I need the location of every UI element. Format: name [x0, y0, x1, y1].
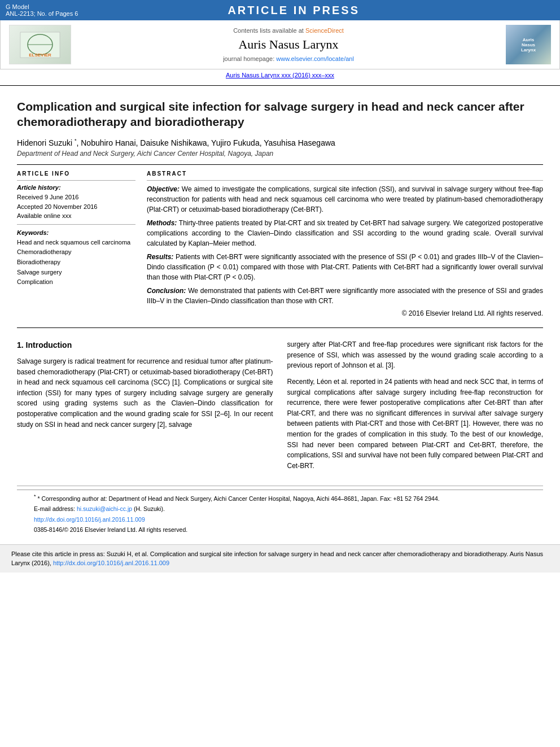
keyword-1: Head and neck squamous cell carcinoma [17, 238, 135, 248]
article-info-column: ARTICLE INFO Article history: Received 9… [17, 171, 135, 317]
sciencedirect-link[interactable]: ScienceDirect [305, 27, 344, 34]
doi-footnote-link[interactable]: http://dx.doi.org/10.1016/j.anl.2016.11.… [34, 516, 145, 523]
email-note: E-mail address: hi.suzuki@aichi-cc.jp (H… [34, 505, 526, 514]
footnote-divider [17, 486, 543, 486]
homepage-line: journal homepage: www.elsevier.com/locat… [82, 55, 495, 62]
header-bar: G Model ANL-2213; No. of Pages 6 ARTICLE… [0, 0, 560, 20]
methods-text: Thirty-three patients treated by Plat-CR… [147, 219, 543, 247]
article-history-heading: Article history: [17, 184, 135, 191]
body-left-col: 1. Introduction Salvage surgery is radic… [17, 339, 273, 477]
keyword-5: Complication [17, 277, 135, 287]
keywords-divider [17, 224, 135, 225]
intro-paragraph-2: surgery after Plat-CRT and free-flap pro… [287, 339, 544, 371]
introduction-title: 1. Introduction [17, 339, 273, 352]
gmodel-info: G Model ANL-2213; No. of Pages 6 [6, 3, 78, 17]
content-divider [17, 327, 543, 328]
conclusion-label: Conclusion: [147, 287, 186, 295]
doi-footnote: http://dx.doi.org/10.1016/j.anl.2016.11.… [34, 516, 526, 525]
intro-paragraph-3: Recently, Léon et al. reported in 24 pat… [287, 377, 544, 471]
article-in-press-banner: ARTICLE IN PRESS [228, 4, 360, 17]
abstract-column: ABSTRACT Objective: We aimed to investig… [147, 171, 543, 317]
svg-text:ELSEVIER: ELSEVIER [29, 53, 51, 58]
abstract-top-divider [147, 180, 543, 181]
journal-info-center: Contents lists available at ScienceDirec… [71, 27, 506, 62]
elsevier-logo: ELSEVIER [9, 25, 71, 64]
available-online: Available online xxx [17, 211, 135, 221]
methods-label: Methods: [147, 219, 177, 227]
doi-header-link[interactable]: Auris Nasus Larynx xxx (2016) xxx–xxx [226, 72, 334, 78]
conclusion-text: We demonstrated that patients with Cet-B… [147, 287, 543, 305]
journal-logo-right: Auris Nasus Larynx [506, 25, 551, 64]
main-content: Complication and surgical site infection… [0, 90, 560, 323]
objective-label: Objective: [147, 185, 180, 193]
doi-header-line: Auris Nasus Larynx xxx (2016) xxx–xxx [0, 69, 560, 81]
footnote-area: * * Corresponding author at: Department … [17, 490, 543, 539]
accepted-date: Accepted 20 November 2016 [17, 202, 135, 212]
article-info-heading: ARTICLE INFO [17, 171, 135, 177]
homepage-link[interactable]: www.elsevier.com/locate/anl [276, 55, 354, 62]
body-two-col: 1. Introduction Salvage surgery is radic… [17, 339, 543, 477]
keyword-2: Chemoradiotherapy [17, 247, 135, 257]
after-affiliation-divider [17, 164, 543, 165]
corresponding-author-note: * * Corresponding author at: Department … [34, 493, 526, 503]
journal-title: Auris Nasus Larynx [82, 37, 495, 52]
bottom-citation-bar: Please cite this article in press as: Su… [0, 544, 560, 573]
body-right-col: surgery after Plat-CRT and free-flap pro… [287, 339, 544, 477]
article-info-abstract-row: ARTICLE INFO Article history: Received 9… [17, 171, 543, 317]
abstract-text: Objective: We aimed to investigate the c… [147, 184, 543, 306]
contents-available-line: Contents lists available at ScienceDirec… [82, 27, 495, 34]
keyword-4: Salvage surgery [17, 268, 135, 278]
received-date: Received 9 June 2016 [17, 193, 135, 202]
affiliation: Department of Head and Neck Surgery, Aic… [17, 150, 543, 158]
journal-header: ELSEVIER Contents lists available at Sci… [0, 20, 560, 69]
email-link[interactable]: hi.suzuki@aichi-cc.jp [77, 505, 132, 512]
objective-text: We aimed to investigate the complication… [147, 185, 543, 213]
body-content: 1. Introduction Salvage surgery is radic… [0, 333, 560, 482]
issn-line: 0385-8146/© 2016 Elsevier Ireland Ltd. A… [34, 526, 526, 535]
results-label: Results: [147, 253, 173, 261]
top-divider [0, 85, 560, 86]
keywords-list: Head and neck squamous cell carcinoma Ch… [17, 238, 135, 287]
keyword-3: Bioradiotherapy [17, 257, 135, 268]
bottom-bar-doi-link[interactable]: http://dx.doi.org/10.1016/j.anl.2016.11.… [53, 560, 169, 566]
article-info-top-divider [17, 180, 135, 181]
abstract-copyright: © 2016 Elsevier Ireland Ltd. All rights … [147, 309, 543, 317]
authors-line: Hidenori Suzuki *, Nobuhiro Hanai, Daisu… [17, 138, 543, 147]
keywords-heading: Keywords: [17, 229, 135, 236]
abstract-heading: ABSTRACT [147, 171, 543, 177]
results-text: Patients with Cet-BRT were significantly… [147, 253, 543, 281]
article-title: Complication and surgical site infection… [17, 99, 543, 130]
intro-paragraph-1: Salvage surgery is radical treatment for… [17, 356, 273, 430]
